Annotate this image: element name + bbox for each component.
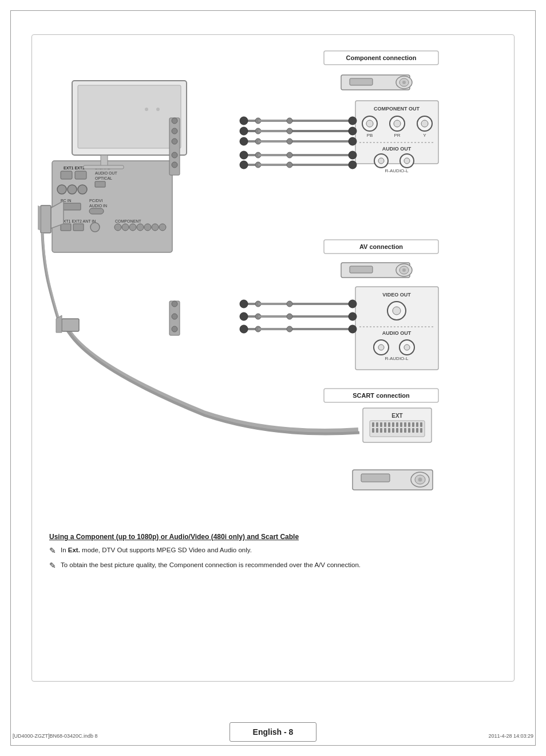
svg-point-114 bbox=[404, 345, 410, 350]
svg-point-47 bbox=[287, 152, 292, 158]
svg-point-137 bbox=[172, 326, 177, 332]
svg-point-21 bbox=[378, 158, 384, 164]
svg-point-42 bbox=[349, 137, 357, 145]
svg-rect-160 bbox=[388, 428, 390, 433]
svg-point-121 bbox=[349, 300, 357, 308]
svg-rect-66 bbox=[95, 181, 105, 187]
svg-rect-161 bbox=[392, 428, 394, 433]
svg-rect-56 bbox=[78, 85, 181, 148]
svg-rect-168 bbox=[420, 428, 422, 433]
svg-marker-97 bbox=[38, 205, 41, 231]
svg-point-32 bbox=[240, 127, 248, 135]
svg-point-133 bbox=[349, 325, 357, 333]
svg-text:AUDIO OUT: AUDIO OUT bbox=[95, 171, 118, 175]
svg-point-69 bbox=[78, 185, 87, 194]
svg-rect-94 bbox=[84, 165, 124, 169]
note-text-1: In Ext. mode, DTV Out supports MPEG SD V… bbox=[61, 545, 252, 555]
svg-rect-147 bbox=[388, 422, 390, 427]
note-icon-1: ✎ bbox=[49, 545, 56, 557]
svg-point-38 bbox=[240, 137, 248, 145]
svg-rect-169 bbox=[62, 319, 79, 331]
svg-point-53 bbox=[287, 162, 292, 168]
svg-rect-101 bbox=[350, 266, 373, 273]
svg-point-67 bbox=[57, 185, 66, 194]
connection-diagram-svg: Component connection COMPONENT OUT PB PR… bbox=[32, 46, 507, 527]
svg-text:SCART connection: SCART connection bbox=[353, 392, 410, 399]
svg-rect-74 bbox=[89, 208, 104, 214]
section-title: Using a Component (up to 1080p) or Audio… bbox=[49, 533, 497, 541]
svg-point-50 bbox=[240, 161, 248, 169]
svg-point-175 bbox=[418, 478, 422, 482]
svg-point-13 bbox=[394, 120, 401, 127]
svg-rect-172 bbox=[361, 474, 390, 482]
note-text-2: To obtain the best picture quality, the … bbox=[61, 560, 361, 570]
svg-point-135 bbox=[172, 301, 177, 307]
svg-point-16 bbox=[421, 120, 428, 127]
svg-rect-154 bbox=[416, 422, 418, 427]
svg-point-126 bbox=[287, 314, 292, 319]
svg-rect-76 bbox=[61, 224, 71, 231]
svg-text:PR: PR bbox=[394, 133, 400, 138]
page-border-top bbox=[10, 10, 536, 11]
svg-point-90 bbox=[172, 138, 177, 144]
svg-rect-77 bbox=[73, 224, 84, 231]
svg-point-83 bbox=[137, 224, 144, 231]
svg-point-108 bbox=[393, 307, 401, 315]
svg-rect-155 bbox=[420, 422, 422, 427]
text-content-section: Using a Component (up to 1080p) or Audio… bbox=[41, 527, 505, 670]
svg-rect-144 bbox=[376, 422, 378, 427]
svg-point-104 bbox=[402, 268, 406, 272]
svg-rect-96 bbox=[41, 205, 51, 233]
svg-rect-166 bbox=[412, 428, 414, 433]
svg-rect-156 bbox=[372, 428, 374, 433]
svg-point-23 bbox=[404, 158, 410, 164]
svg-point-82 bbox=[129, 224, 136, 231]
svg-point-81 bbox=[122, 224, 129, 231]
svg-point-35 bbox=[287, 128, 292, 134]
svg-point-85 bbox=[152, 224, 159, 231]
svg-rect-61 bbox=[61, 171, 72, 179]
svg-rect-162 bbox=[396, 428, 398, 433]
main-content-box: Component connection COMPONENT OUT PB PR… bbox=[31, 34, 515, 682]
svg-point-44 bbox=[240, 151, 248, 159]
svg-point-29 bbox=[287, 118, 292, 124]
svg-point-123 bbox=[240, 312, 248, 320]
svg-text:AUDIO IN: AUDIO IN bbox=[89, 204, 107, 208]
svg-text:AUDIO OUT: AUDIO OUT bbox=[382, 330, 412, 336]
svg-rect-146 bbox=[384, 422, 386, 427]
svg-point-57 bbox=[145, 108, 148, 111]
svg-point-78 bbox=[90, 223, 100, 232]
svg-text:Component connection: Component connection bbox=[346, 54, 417, 61]
page-border-left bbox=[10, 10, 11, 746]
svg-point-68 bbox=[68, 185, 77, 194]
svg-text:EXT1 EXT2: EXT1 EXT2 bbox=[64, 166, 85, 170]
svg-point-54 bbox=[349, 161, 357, 169]
page-border-bottom bbox=[10, 745, 536, 746]
svg-rect-158 bbox=[380, 428, 382, 433]
svg-text:R-AUDIO-L: R-AUDIO-L bbox=[385, 356, 409, 361]
svg-point-36 bbox=[349, 127, 357, 135]
svg-text:PC/DVI: PC/DVI bbox=[89, 199, 102, 203]
svg-text:EXT1 EXT2 ANT IN: EXT1 EXT2 ANT IN bbox=[61, 219, 96, 223]
svg-rect-151 bbox=[404, 422, 406, 427]
svg-text:PB: PB bbox=[367, 133, 373, 138]
svg-point-80 bbox=[114, 224, 121, 231]
svg-text:R-AUDIO-L: R-AUDIO-L bbox=[385, 168, 409, 173]
svg-point-92 bbox=[172, 162, 177, 168]
svg-point-86 bbox=[159, 224, 166, 231]
svg-rect-152 bbox=[408, 422, 410, 427]
svg-rect-148 bbox=[392, 422, 394, 427]
page-border-right bbox=[535, 10, 536, 746]
svg-point-58 bbox=[156, 108, 160, 111]
svg-point-136 bbox=[172, 314, 177, 319]
svg-rect-145 bbox=[380, 422, 382, 427]
svg-point-91 bbox=[172, 152, 177, 158]
svg-point-132 bbox=[287, 326, 292, 332]
svg-point-88 bbox=[172, 118, 177, 124]
svg-text:OPTICAL: OPTICAL bbox=[95, 176, 112, 180]
svg-point-112 bbox=[378, 345, 384, 350]
svg-point-30 bbox=[349, 117, 357, 125]
svg-point-48 bbox=[349, 151, 357, 159]
svg-rect-150 bbox=[400, 422, 402, 427]
svg-point-41 bbox=[287, 138, 292, 144]
